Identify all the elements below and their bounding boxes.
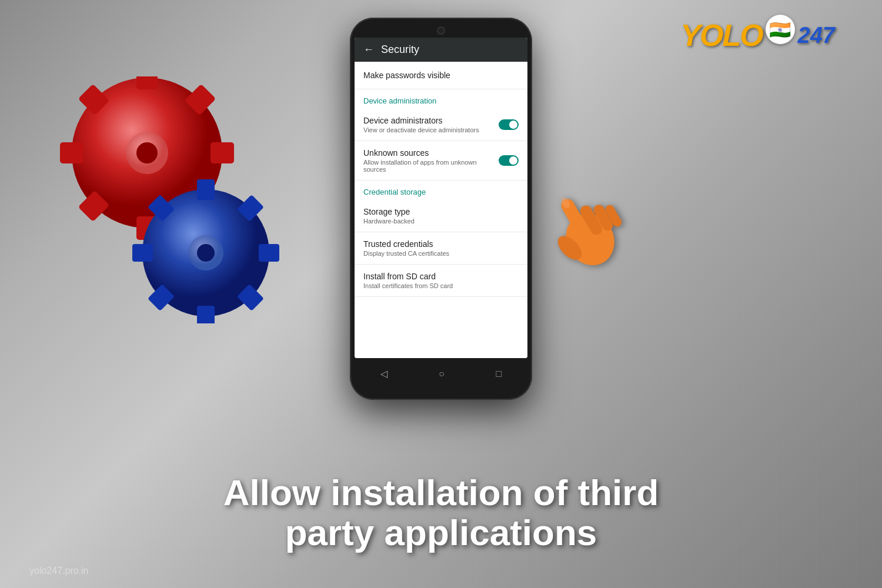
device-administrators-text: Device administrators View or deactivate… xyxy=(363,116,499,133)
svg-rect-15 xyxy=(132,244,153,262)
unknown-sources-text: Unknown sources Allow installation of ap… xyxy=(363,148,499,173)
gears-svg xyxy=(47,76,294,323)
device-administrators-toggle[interactable] xyxy=(499,119,519,130)
phone-nav: ◁ ○ □ xyxy=(355,361,527,386)
svg-rect-13 xyxy=(197,306,215,323)
unknown-sources-subtitle: Allow installation of apps from unknown … xyxy=(363,159,499,173)
svg-rect-1 xyxy=(136,76,158,89)
credential-storage-section-header: Credential storage xyxy=(355,181,527,200)
screen-header: ← Security xyxy=(355,38,527,62)
install-sd-card-subtitle: Install certificates from SD card xyxy=(363,282,519,289)
screen-content: Make passwords visible Device administra… xyxy=(355,62,527,358)
device-administrators-item[interactable]: Device administrators View or deactivate… xyxy=(355,109,527,141)
trusted-credentials-item[interactable]: Trusted credentials Display trusted CA c… xyxy=(355,232,527,265)
nav-recent-icon[interactable]: □ xyxy=(496,369,502,379)
storage-type-item[interactable]: Storage type Hardware-backed xyxy=(355,200,527,232)
phone: ← Security Make passwords visible Device… xyxy=(350,18,532,400)
back-arrow-icon[interactable]: ← xyxy=(363,44,374,56)
svg-rect-12 xyxy=(197,179,215,200)
logo-container: YOLO 🇮🇳 247 xyxy=(680,18,835,53)
logo-flag: 🇮🇳 xyxy=(766,15,795,44)
install-sd-card-item[interactable]: Install from SD card Install certificate… xyxy=(355,265,527,297)
nav-back-icon[interactable]: ◁ xyxy=(380,368,387,379)
trusted-credentials-title: Trusted credentials xyxy=(363,239,519,249)
trusted-credentials-subtitle: Display trusted CA certificates xyxy=(363,250,519,257)
screen-title: Security xyxy=(381,44,419,56)
logo-247: 247 xyxy=(798,23,835,48)
nav-home-icon[interactable]: ○ xyxy=(439,369,445,379)
make-passwords-title: Make passwords visible xyxy=(363,71,450,80)
phone-screen: ← Security Make passwords visible Device… xyxy=(355,38,527,358)
unknown-sources-item[interactable]: Unknown sources Allow installation of ap… xyxy=(355,141,527,181)
bottom-title-line2: party applications xyxy=(0,513,882,553)
svg-rect-14 xyxy=(259,244,279,262)
bottom-title-line1: Allow installation of third xyxy=(0,473,882,513)
pointing-hand-icon xyxy=(532,172,638,294)
device-administrators-title: Device administrators xyxy=(363,116,499,125)
credential-storage-section-label: Credential storage xyxy=(363,188,426,196)
svg-rect-4 xyxy=(60,142,83,163)
storage-type-text: Storage type Hardware-backed xyxy=(363,207,519,225)
storage-type-subtitle: Hardware-backed xyxy=(363,218,519,225)
unknown-sources-toggle[interactable] xyxy=(499,155,519,166)
make-passwords-item[interactable]: Make passwords visible xyxy=(355,62,527,89)
bottom-title: Allow installation of third party applic… xyxy=(0,473,882,553)
device-admin-section-label: Device administration xyxy=(363,96,436,105)
device-admin-section-header: Device administration xyxy=(355,89,527,109)
storage-type-title: Storage type xyxy=(363,207,519,216)
install-sd-card-title: Install from SD card xyxy=(363,272,519,281)
logo-yolo: YOLO xyxy=(680,18,762,53)
gears-decoration xyxy=(47,76,294,323)
svg-point-21 xyxy=(197,244,215,262)
unknown-sources-title: Unknown sources xyxy=(363,148,499,158)
svg-rect-3 xyxy=(211,142,234,163)
svg-point-10 xyxy=(136,142,158,163)
phone-camera xyxy=(437,26,445,35)
website-label: yolo247.pro.in xyxy=(29,566,89,576)
device-administrators-subtitle: View or deactivate device administrators xyxy=(363,126,499,133)
phone-body: ← Security Make passwords visible Device… xyxy=(350,18,532,400)
hand-svg xyxy=(532,172,633,281)
trusted-credentials-text: Trusted credentials Display trusted CA c… xyxy=(363,239,519,257)
install-sd-card-text: Install from SD card Install certificate… xyxy=(363,272,519,289)
